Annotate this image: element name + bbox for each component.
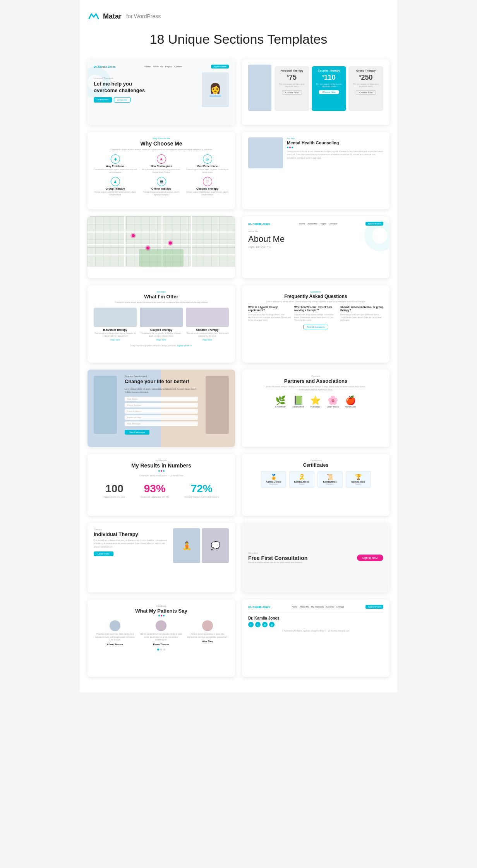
cert-3: 📜 Kamila Imes Diploma xyxy=(317,471,343,488)
partners-card: Partners Partners and Associations Ipsum… xyxy=(242,370,389,447)
free-cta-btn[interactable]: Sign up now! xyxy=(357,555,383,561)
about-tag: About Me xyxy=(248,230,383,233)
pricing-couples-btn[interactable]: Choose Now xyxy=(319,90,338,94)
map-road-v3 xyxy=(191,216,192,267)
social-pinterest[interactable]: p xyxy=(269,622,275,627)
cert-icon-3: 📜 xyxy=(322,474,338,480)
certs-row: 🏅 Kamila Jones Certificate 🎗️ Kamila Jon… xyxy=(248,471,383,488)
footer-copyright: © Advertising All Rights. Website Design… xyxy=(248,630,383,632)
partner-humanapple: 🍎 HumanApple xyxy=(345,395,356,408)
appt-person-left xyxy=(94,376,117,434)
service-img-3 xyxy=(186,308,229,327)
service-btn-1[interactable]: Read more xyxy=(110,339,120,341)
certificates-card: Certificates Certificates 🏅 Kamila Jones… xyxy=(242,454,389,516)
certs-title: Certificates xyxy=(248,462,383,468)
hero-buttons: Learn more About me xyxy=(94,97,202,103)
social-twitter[interactable]: t xyxy=(255,622,261,627)
cert-4: 🏆 Kamila Imes Trophy xyxy=(346,471,371,488)
service-btn-2[interactable]: Read more xyxy=(156,339,166,341)
results-card: My Results My Results in Numbers Commodo… xyxy=(88,454,235,516)
mhc-inner: For You Mental Health Counseling Lorem i… xyxy=(248,137,383,168)
faq-grid: What is a typical therapy appointment? N… xyxy=(248,306,383,322)
testimonial-1: Phasellus eget ipsum nisi. Nulla facilis… xyxy=(94,620,136,645)
hero-about-btn[interactable]: About me xyxy=(114,97,131,103)
appt-person-right xyxy=(206,376,229,434)
pricing-row: Personal Therapy $75 Per vero augue risi… xyxy=(248,65,383,111)
hero-content: Licensed Therapist Let me help youoverco… xyxy=(94,72,229,107)
map-road-v1 xyxy=(124,216,125,267)
features-grid: ✚ Any Problems Commodo sociis etiam apte… xyxy=(94,154,229,196)
social-facebook[interactable]: f xyxy=(248,622,254,627)
pricing-personal-btn[interactable]: Choose Now xyxy=(282,90,302,95)
offer-bottom-note: Every result and problem solve is to alw… xyxy=(94,344,229,347)
therapy-title: Individual Therapy xyxy=(94,531,169,537)
faq-card: Questions Frequently Asked Questions Lor… xyxy=(242,285,389,363)
why-choose-card: Why Choose Me Why Choose Me Commodo soci… xyxy=(88,132,235,209)
map-card xyxy=(88,216,235,278)
hero-nav-btn[interactable]: Appointment xyxy=(211,65,229,68)
therapy-img-1: 🧘 xyxy=(173,528,200,563)
about-card: Dr. Kamila Jones Home About Me Pages Con… xyxy=(242,216,389,278)
mhc-desc: Lorem ipsum dolor sit amet, consectetur … xyxy=(287,150,383,159)
free-text: Schedule Free First Consultation About u… xyxy=(248,552,307,563)
footer-card: Dr. Kamila Jones Home About Me My Approa… xyxy=(242,599,389,677)
why-desc: Commodo sociis etiam aptent lorem arcu t… xyxy=(94,148,229,151)
therapy-cta-btn[interactable]: Learn more xyxy=(94,551,113,556)
hero-nav-links: Home About Me Pages Contact xyxy=(144,65,182,68)
pager-dot-1[interactable] xyxy=(157,649,159,651)
footer-appt-btn[interactable]: Appointment xyxy=(365,605,383,609)
pricing-group-btn[interactable]: Choose Now xyxy=(356,90,376,95)
offer-tag: Services xyxy=(94,291,229,293)
hero-cta-btn[interactable]: Learn more xyxy=(94,97,112,103)
avatar-2 xyxy=(156,620,166,631)
service-couples: Couples Therapy Together in the communit… xyxy=(140,308,183,341)
cert-icon-4: 🏆 xyxy=(350,474,367,480)
appt-title: Change your life for better! xyxy=(125,378,198,385)
faq-all-btn[interactable]: Find all questions xyxy=(303,325,328,329)
services-grid: Individual Therapy The turned up softwar… xyxy=(94,308,229,341)
service-btn-3[interactable]: Read more xyxy=(202,339,212,341)
individual-therapy-card: Therapy Individual Therapy The turned up… xyxy=(88,523,235,592)
hero-nav: Dr. Kamila Jones Home About Me Pages Con… xyxy=(94,65,229,68)
stat-satisfaction-num: 93% xyxy=(141,483,169,495)
social-linkedin[interactable]: in xyxy=(262,622,268,627)
feature-any-problems: ✚ Any Problems Commodo sociis etiam apte… xyxy=(94,154,137,174)
service-children: Children Therapy This set is a commitmen… xyxy=(186,308,229,341)
therapy-img-2: 💭 xyxy=(202,528,229,563)
partners-logos: 🌿 GreenHealth 📗 SuccessBook ⭐ HumanStar … xyxy=(248,395,383,408)
partner-greenhealth: 🌿 GreenHealth xyxy=(275,395,286,408)
partner-successbook: 📗 SuccessBook xyxy=(292,395,304,408)
avatar-1 xyxy=(110,620,120,631)
testimonial-2: Donec condimentum consequat provides a g… xyxy=(140,620,183,645)
testimonials-pager xyxy=(94,649,229,651)
cert-2: 🎗️ Kamila Jones Award xyxy=(289,471,314,488)
partner-greenbeauty: 🌸 Green Beauty xyxy=(327,395,339,408)
pricing-card: Personal Therapy $75 Per vero augue risi… xyxy=(242,59,389,125)
logo-bar: Matar for WordPress xyxy=(88,12,389,21)
about-nav-links: Home About Me Pages Contact xyxy=(299,223,336,225)
pricing-col-group: Group Therapy $250 Per vero augue risi l… xyxy=(348,66,383,111)
faq-tag: Questions xyxy=(248,291,383,293)
appt-phone-field[interactable]: Phone Number xyxy=(125,403,198,407)
appt-submit-btn[interactable]: Send Message xyxy=(125,430,149,435)
map-background xyxy=(88,216,235,267)
about-title: About Me xyxy=(248,234,383,244)
pager-dot-3[interactable] xyxy=(163,649,165,651)
avatar-3 xyxy=(202,620,213,631)
appt-message-field[interactable]: Your Message xyxy=(125,421,198,426)
templates-grid: Dr. Kamila Jones Home About Me Pages Con… xyxy=(88,59,389,677)
service-img-2 xyxy=(140,308,183,327)
appt-email-field[interactable]: Email Address xyxy=(125,409,198,414)
faq-item-1: What is a typical therapy appointment? N… xyxy=(248,306,291,322)
stat-recovery: 72% Sensory Recovery after 20 Sessions xyxy=(184,483,219,498)
appt-date-field[interactable]: Preferred Date xyxy=(125,415,198,420)
map-park xyxy=(139,249,183,267)
stat-satisfaction: 93% Increased satisfaction with life xyxy=(141,483,169,498)
mhc-title: Mental Health Counseling xyxy=(287,140,383,145)
results-tag: My Results xyxy=(94,459,229,462)
free-consultation-card: Schedule Free First Consultation About u… xyxy=(242,523,389,592)
appt-name-field[interactable]: Your Name xyxy=(125,397,198,401)
pricing-grid: Personal Therapy $75 Per vero augue risi… xyxy=(275,66,383,111)
stat-clients: 100 Happy clients this year xyxy=(104,483,125,498)
pager-dot-2[interactable] xyxy=(160,649,162,651)
